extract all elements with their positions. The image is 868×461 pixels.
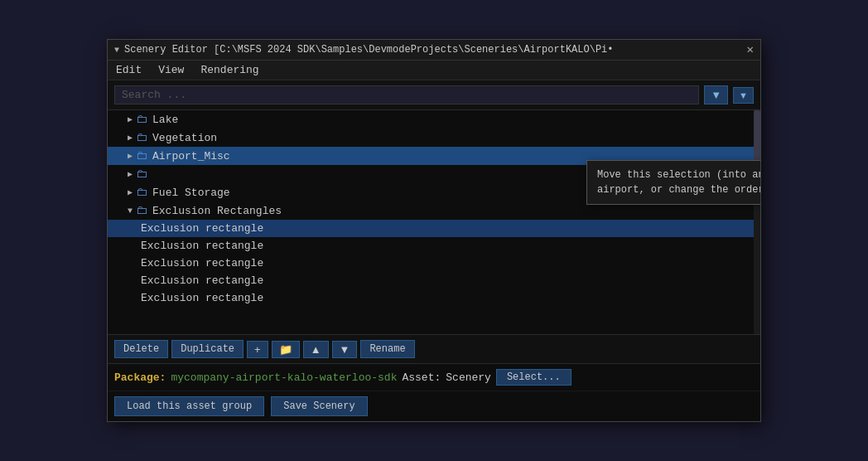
status-bar: Package: mycompany-airport-kalo-waterloo… <box>108 363 760 391</box>
load-asset-group-button[interactable]: Load this asset group <box>114 396 264 416</box>
title-bar: ▼ Scenery Editor [C:\MSFS 2024 SDK\Sampl… <box>108 40 760 61</box>
scrollbar-track[interactable] <box>754 110 760 334</box>
tree-item-exclusion-rect-1[interactable]: Exclusion rectangle <box>108 220 760 237</box>
dropdown-button[interactable]: ▼ <box>733 87 754 104</box>
menu-bar: Edit View Rendering <box>108 61 760 80</box>
window-title: Scenery Editor [C:\MSFS 2024 SDK\Samples… <box>124 44 614 56</box>
menu-edit[interactable]: Edit <box>114 63 143 77</box>
toolbar: Delete Duplicate + 📁 ▲ ▼ Rename <box>108 334 760 363</box>
item-label: Exclusion rectangle <box>141 274 263 287</box>
menu-view[interactable]: View <box>157 63 186 77</box>
add-button[interactable]: + <box>247 341 268 358</box>
select-button[interactable]: Select... <box>496 369 571 386</box>
item-label: Fuel Storage <box>152 187 230 199</box>
folder-icon: 🗀 <box>136 167 147 181</box>
title-triangle: ▼ <box>114 46 119 55</box>
item-label: Lake <box>152 114 178 126</box>
tooltip-box: Move this selection (into another group … <box>586 160 760 205</box>
folder-icon: 🗀 <box>136 131 147 144</box>
tree-item-exclusion-rect-5[interactable]: Exclusion rectangle <box>108 289 760 307</box>
tree-item-vegetation[interactable]: ▶ 🗀 Vegetation <box>108 129 760 147</box>
item-label: Exclusion rectangle <box>141 257 263 269</box>
asset-label: Asset: <box>402 371 441 384</box>
arrow-icon: ▶ <box>128 114 133 124</box>
delete-button[interactable]: Delete <box>114 340 168 358</box>
move-down-button[interactable]: ▼ <box>332 341 358 358</box>
folder-icon: 🗀 <box>136 149 147 163</box>
menu-rendering[interactable]: Rendering <box>199 63 260 77</box>
title-bar-left: ▼ Scenery Editor [C:\MSFS 2024 SDK\Sampl… <box>114 44 614 56</box>
package-value: mycompany-airport-kalo-waterloo-sdk <box>171 371 397 384</box>
tree-item-exclusion-rect-3[interactable]: Exclusion rectangle <box>108 255 760 272</box>
arrow-icon: ▶ <box>128 187 133 197</box>
folder-icon: 🗀 <box>136 186 147 199</box>
tree-item-lake[interactable]: ▶ 🗀 Lake <box>108 110 760 129</box>
add-icon: + <box>254 343 261 356</box>
item-label: Exclusion rectangle <box>141 222 263 235</box>
search-input[interactable] <box>114 85 699 104</box>
arrow-icon: ▼ <box>128 206 133 216</box>
add-folder-button[interactable]: 📁 <box>272 341 300 358</box>
package-label: Package: <box>114 371 166 384</box>
tree-item-exclusion-rect-2[interactable]: Exclusion rectangle <box>108 237 760 255</box>
close-button[interactable]: ✕ <box>747 44 754 56</box>
tooltip-text: Move this selection (into another group … <box>597 169 760 196</box>
rename-button[interactable]: Rename <box>360 340 414 358</box>
duplicate-button[interactable]: Duplicate <box>171 340 244 358</box>
item-label: Exclusion rectangle <box>141 292 263 304</box>
item-label: Exclusion rectangle <box>141 240 263 252</box>
arrow-icon: ▶ <box>128 151 133 161</box>
asset-value: Scenery <box>446 371 491 384</box>
folder-icon: 🗀 <box>136 204 147 217</box>
arrow-icon: ▶ <box>128 133 133 143</box>
action-bar: Load this asset group Save Scenery <box>108 391 760 421</box>
item-label: Vegetation <box>152 132 217 144</box>
filter-button[interactable]: ▼ <box>704 85 728 104</box>
folder-icon: 🗀 <box>136 113 147 126</box>
item-label: Airport_Misc <box>152 150 230 163</box>
up-arrow-icon: ▲ <box>311 343 321 356</box>
arrow-icon: ▶ <box>128 169 133 179</box>
move-up-button[interactable]: ▲ <box>303 341 329 358</box>
tree-item-exclusion-rect-4[interactable]: Exclusion rectangle <box>108 272 760 289</box>
search-bar: ▼ ▼ <box>108 80 760 110</box>
item-label: Exclusion Rectangles <box>152 205 282 217</box>
scenery-editor-window: ▼ Scenery Editor [C:\MSFS 2024 SDK\Sampl… <box>107 39 761 422</box>
save-scenery-button[interactable]: Save Scenery <box>271 396 367 416</box>
tree-container: ▶ 🗀 Lake ▶ 🗀 Vegetation ▶ 🗀 Airport_Misc… <box>108 110 760 334</box>
down-arrow-icon: ▼ <box>340 343 350 356</box>
folder-add-icon: 📁 <box>279 343 292 356</box>
